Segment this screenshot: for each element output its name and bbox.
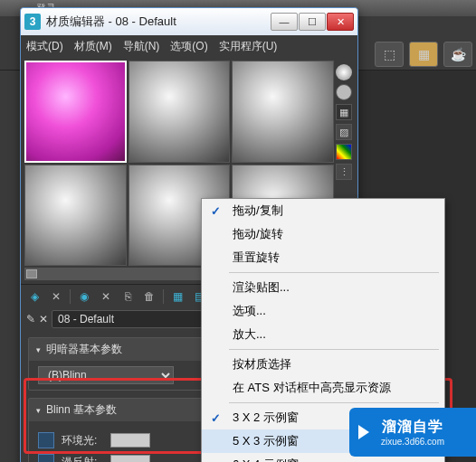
ambient-color[interactable]	[110, 433, 150, 448]
context-menu-label: 重置旋转	[233, 250, 280, 266]
context-menu-separator	[229, 349, 439, 350]
context-menu-label: 渲染贴图...	[233, 279, 290, 296]
close-button[interactable]: ✕	[327, 13, 354, 31]
bg-left-panel	[0, 71, 22, 462]
sample-uv-icon[interactable]: ▨	[336, 124, 352, 140]
play-icon	[358, 425, 369, 439]
bg-ribbon-buttons: ⬚ ▦ ☕	[375, 42, 472, 67]
ambient-swatch-icon[interactable]	[38, 432, 54, 448]
check-icon: ✓	[211, 411, 221, 425]
titlebar[interactable]: 3 材质编辑器 - 08 - Default — ☐ ✕	[21, 8, 357, 35]
context-menu-item[interactable]: 在 ATS 对话框中高亮显示资源	[202, 376, 444, 400]
menu-navigation[interactable]: 导航(N)	[123, 39, 160, 54]
app-icon: 3	[24, 14, 41, 30]
blinn-group-title: Blinn 基本参数	[46, 402, 117, 418]
sample-slot-4[interactable]	[24, 165, 127, 267]
context-menu-label: 放大...	[233, 326, 266, 343]
watermark-url: zixue.3d66.com	[381, 437, 444, 447]
context-menu-label: 拖动/旋转	[233, 226, 283, 242]
menubar: 模式(D) 材质(M) 导航(N) 选项(O) 实用程序(U)	[21, 35, 357, 57]
context-menu-item[interactable]: ✓拖动/复制	[202, 199, 444, 222]
context-menu-item[interactable]: 放大...	[202, 323, 444, 346]
menu-utilities[interactable]: 实用程序(U)	[219, 39, 278, 54]
context-menu-label: 按材质选择	[233, 356, 291, 372]
context-menu-label: 5 X 3 示例窗	[233, 433, 299, 449]
check-icon: ✓	[211, 204, 221, 218]
pick-icon[interactable]: ✎	[26, 313, 35, 325]
ribbon-material-icon[interactable]: ▦	[409, 42, 438, 67]
get-material-icon[interactable]: ◈	[26, 288, 43, 305]
context-menu-separator	[229, 402, 439, 403]
copy-icon[interactable]: ⎘	[119, 288, 136, 305]
diffuse-swatch-icon[interactable]	[38, 454, 54, 462]
context-menu-label: 3 X 2 示例窗	[233, 410, 299, 426]
maximize-button[interactable]: ☐	[299, 13, 326, 31]
diffuse-color[interactable]	[110, 455, 150, 462]
context-menu-label: 6 X 4 示例窗	[233, 457, 299, 462]
ribbon-teapot-icon[interactable]: ☕	[443, 42, 472, 67]
context-menu-item[interactable]: 拖动/旋转	[202, 222, 444, 246]
sample-type-icon[interactable]	[336, 64, 352, 80]
assign-icon[interactable]: ◉	[76, 288, 92, 305]
window-title: 材质编辑器 - 08 - Default	[46, 14, 271, 30]
context-menu-label: 在 ATS 对话框中高亮显示资源	[233, 380, 391, 396]
put-scene-icon[interactable]: ✕	[48, 288, 64, 305]
shader-select[interactable]: (B)Blinn	[38, 366, 174, 384]
show-map-icon[interactable]: ▦	[169, 288, 186, 305]
options-icon[interactable]: ⋮	[336, 164, 352, 180]
shader-group-title: 明暗器基本参数	[46, 342, 122, 357]
sample-slot-1[interactable]	[24, 61, 127, 163]
sample-slot-3[interactable]	[232, 61, 334, 163]
ambient-label: 环境光:	[62, 433, 103, 448]
menu-material[interactable]: 材质(M)	[74, 39, 112, 54]
background-icon[interactable]: ▦	[336, 104, 352, 120]
video-color-icon[interactable]	[336, 144, 352, 160]
ribbon-select-icon[interactable]: ⬚	[375, 42, 404, 67]
watermark-brand: 溜溜自学	[382, 418, 443, 437]
backlight-icon[interactable]	[336, 84, 352, 100]
context-menu-item[interactable]: 选项...	[202, 299, 444, 323]
menu-mode[interactable]: 模式(D)	[26, 39, 63, 54]
delete-icon[interactable]: 🗑	[141, 288, 157, 305]
context-menu-item[interactable]: 按材质选择	[202, 353, 444, 376]
diffuse-label: 漫反射:	[62, 455, 103, 462]
sample-slot-2[interactable]	[129, 61, 231, 163]
context-menu-separator	[229, 272, 439, 273]
menu-options[interactable]: 选项(O)	[170, 39, 207, 54]
watermark: 溜溜自学 zixue.3d66.com	[349, 408, 476, 457]
context-menu-label: 拖动/复制	[233, 203, 283, 219]
context-menu-label: 选项...	[233, 303, 266, 319]
context-menu-item[interactable]: 重置旋转	[202, 246, 444, 269]
minimize-button[interactable]: —	[271, 13, 298, 31]
eyedropper-icon[interactable]: ✕	[39, 313, 48, 325]
reset-icon[interactable]: ✕	[98, 288, 114, 305]
context-menu-item[interactable]: 渲染贴图...	[202, 276, 444, 299]
